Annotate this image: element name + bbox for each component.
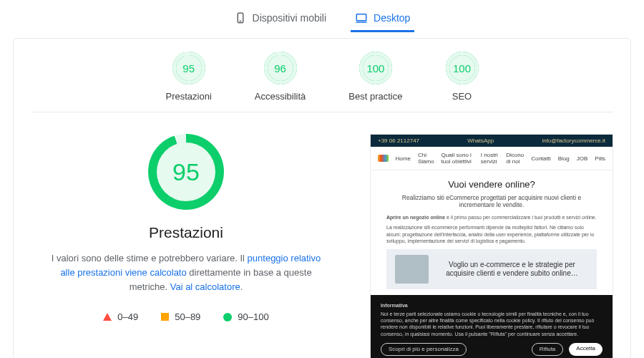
- preview-cookie-reject: Rifiuta: [532, 343, 564, 356]
- gauge: 96: [264, 52, 297, 84]
- preview-topbar: +39 06 2112747 WhatsApp info@factorycomm…: [371, 135, 613, 147]
- triangle-icon: [103, 313, 112, 321]
- metric-label: Best practice: [348, 91, 402, 102]
- site-screenshot: +39 06 2112747 WhatsApp info@factorycomm…: [370, 134, 613, 358]
- svg-rect-2: [356, 14, 366, 21]
- preview-hero-sub: Realizziamo siti eCommerce progettati pe…: [386, 194, 597, 208]
- performance-title: Prestazioni: [149, 224, 223, 241]
- calculator-link[interactable]: Vai al calcolatore: [170, 281, 240, 292]
- preview-line1: Aprire un negozio online è il primo pass…: [386, 214, 597, 221]
- preview-nav-item: Pills: [595, 155, 605, 162]
- preview-hero-title: Vuoi vendere online?: [386, 179, 597, 190]
- metric-accessibilità[interactable]: 96Accessibilità: [255, 52, 306, 102]
- tab-desktop-label: Desktop: [374, 12, 410, 24]
- preview-nav-item: Dicono di noi: [506, 152, 524, 165]
- square-icon: [161, 313, 169, 321]
- metric-label: SEO: [452, 91, 472, 102]
- metric-prestazioni[interactable]: 95Prestazioni: [166, 52, 212, 102]
- preview-nav-item: Home: [396, 155, 411, 162]
- preview-logo: [378, 155, 389, 162]
- preview-nav-item: I nostri servizi: [481, 152, 499, 165]
- preview-nav: HomeChi SiamoQuali sono i tuoi obiettivi…: [371, 147, 613, 170]
- preview-callout: Voglio un e-commerce e le strategie per …: [386, 249, 597, 289]
- gauge-score: 100: [449, 55, 475, 81]
- legend-pass: 90–100: [223, 311, 268, 322]
- preview-line2: La realizzazione siti ecommerce performa…: [386, 224, 597, 245]
- performance-description: I valori sono delle stime e potrebbero v…: [50, 251, 322, 294]
- gauge: 95: [172, 52, 205, 84]
- preview-nav-item: JOB: [577, 155, 588, 162]
- preview-callout-image: [395, 255, 429, 284]
- tab-mobile-label: Dispositivi mobili: [253, 12, 326, 24]
- metric-seo[interactable]: 100SEO: [446, 52, 479, 102]
- gauge-score: 95: [176, 55, 202, 81]
- legend-fail: 0–49: [103, 311, 138, 322]
- report-container: 95Prestazioni96Accessibilità100Best prac…: [13, 38, 631, 358]
- preview-nav-item: Blog: [558, 155, 570, 162]
- preview-nav-item: Chi Siamo: [418, 152, 434, 165]
- circle-icon: [223, 313, 232, 321]
- legend-average: 50–89: [161, 311, 200, 322]
- mobile-icon: [234, 11, 247, 24]
- preview-cookie-banner: Informativa Noi e terze parti selezionat…: [371, 295, 613, 358]
- details-section: 95 Prestazioni I valori sono delle stime…: [31, 112, 613, 358]
- score-legend: 0–49 50–89 90–100: [103, 311, 268, 322]
- metric-label: Prestazioni: [166, 91, 212, 102]
- preview-nav-item: Quali sono i tuoi obiettivi: [441, 152, 474, 165]
- performance-gauge: 95: [148, 134, 224, 210]
- gauge: 100: [359, 52, 392, 84]
- gauge: 100: [446, 52, 479, 84]
- preview-cookie-accept: Accetta: [569, 343, 602, 356]
- desktop-icon: [355, 11, 368, 24]
- preview-callout-text: Voglio un e-commerce e le strategie per …: [436, 261, 588, 278]
- metric-label: Accessibilità: [255, 91, 306, 102]
- device-tabs: Dispositivi mobili Desktop: [0, 0, 644, 32]
- performance-summary: 95 Prestazioni I valori sono delle stime…: [31, 134, 341, 358]
- metrics-row: 95Prestazioni96Accessibilità100Best prac…: [31, 52, 613, 112]
- metric-best-practice[interactable]: 100Best practice: [348, 52, 402, 102]
- gauge-score: 100: [363, 55, 389, 81]
- preview-nav-item: Contatti: [531, 155, 551, 162]
- preview-body: Vuoi vendere online? Realizziamo siti eC…: [371, 170, 613, 295]
- gauge-score: 96: [268, 55, 293, 81]
- tab-desktop[interactable]: Desktop: [351, 6, 414, 32]
- preview-cookie-learn: Scopri di più e personalizza: [381, 343, 467, 356]
- tab-mobile[interactable]: Dispositivi mobili: [230, 6, 331, 32]
